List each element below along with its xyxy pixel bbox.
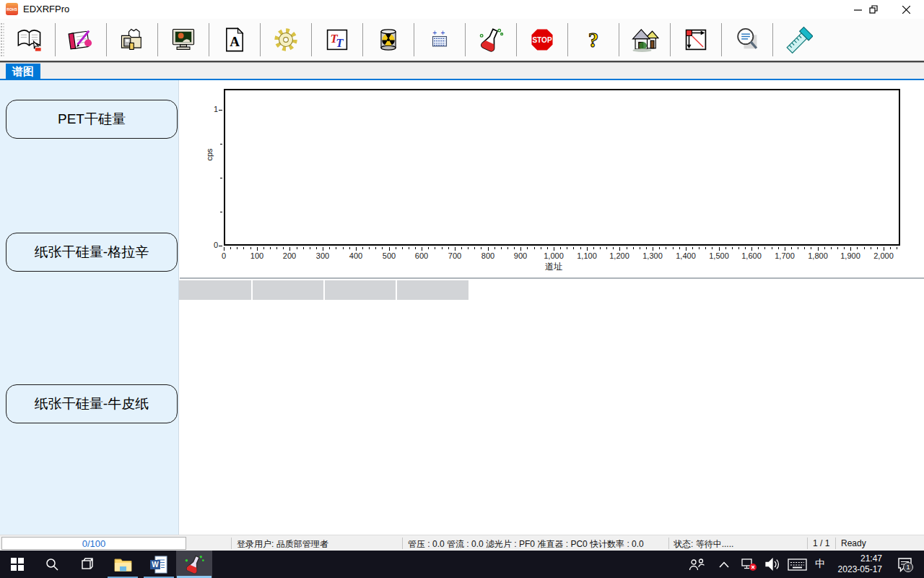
file-explorer-button[interactable] [105,551,140,578]
x-major-tick [619,247,620,251]
help-button[interactable]: ? [568,21,619,59]
preview-button[interactable] [722,21,772,59]
x-minor-tick [732,247,733,249]
edit-method-button[interactable] [56,21,106,59]
x-tick-label: 0 [206,251,242,260]
x-minor-tick [745,247,746,249]
x-minor-tick [243,247,244,249]
x-minor-tick [606,247,607,249]
page-indicator: 1 / 1 [813,538,829,548]
x-major-tick [686,247,687,251]
x-minor-tick [396,247,396,249]
x-minor-tick [534,247,535,249]
stop-button[interactable]: STOP [517,21,567,59]
x-major-tick [422,247,422,251]
x-minor-tick [474,247,475,249]
settings-button[interactable] [261,21,311,59]
report-button[interactable]: A [209,21,260,59]
truetype-icon: T T [323,26,351,53]
tab-spectrum[interactable]: 谱图 [6,64,40,79]
method-sidebar: PET干硅量 纸张干硅量-格拉辛 纸张干硅量-牛皮纸 [0,80,179,535]
restore-button[interactable] [861,0,886,19]
people-button[interactable] [683,551,710,578]
scale-arrows-icon [682,26,710,53]
display-button[interactable] [158,21,209,59]
x-tick-label: 200 [271,251,308,260]
start-button[interactable] [0,551,35,578]
x-minor-tick [633,247,634,249]
task-view-button[interactable] [69,551,104,578]
x-minor-tick [481,247,481,249]
minimize-icon [854,6,862,14]
spectrum-plot-area[interactable] [224,89,900,246]
font-button[interactable]: T T [312,21,362,59]
table-header-cell[interactable] [397,280,468,300]
volume-button[interactable] [761,551,784,578]
clock-time: 21:47 [826,553,882,564]
x-minor-tick [758,247,759,249]
svg-text:W: W [152,561,159,569]
x-minor-tick [778,247,779,249]
open-spectrum-button[interactable] [4,21,55,59]
measure-button[interactable] [466,21,516,59]
x-minor-tick [712,247,712,249]
taskbar-search-button[interactable] [35,551,69,578]
ime-label: 中 [815,558,825,571]
edxrfpro-taskbar-button[interactable] [176,551,212,578]
progress-text: 0/100 [82,538,106,549]
x-minor-tick [501,247,502,249]
x-minor-tick [705,247,706,249]
x-major-tick [587,247,588,251]
method-button-pet[interactable]: PET干硅量 [6,100,178,139]
xray-source-button[interactable] [363,21,414,59]
x-tick-label: 1,600 [733,251,770,260]
x-minor-tick [659,247,660,249]
x-minor-tick [627,247,627,249]
x-minor-tick [230,247,231,249]
x-tick-label: 1,800 [800,251,836,260]
monitor-image-icon [170,26,197,53]
chevron-up-icon [719,561,729,568]
x-minor-tick [844,247,845,249]
folder-files-icon [118,26,146,53]
close-button[interactable] [894,0,918,19]
x-minor-tick [646,247,647,249]
table-header-cell[interactable] [179,280,251,300]
x-tick-label: 900 [502,251,539,260]
x-minor-tick [461,247,462,249]
x-minor-tick [527,247,528,249]
method-button-glassine[interactable]: 纸张干硅量-格拉辛 [6,233,178,272]
restore-icon [869,5,878,14]
statusbar-separator [668,538,669,549]
network-status-button[interactable] [736,551,761,578]
x-minor-tick [270,247,271,249]
table-header-cell[interactable] [253,280,323,300]
x-minor-tick [725,247,726,249]
x-minor-tick [666,247,666,249]
x-minor-tick [283,247,284,249]
x-minor-tick [263,247,264,249]
x-major-tick [884,247,884,251]
word-processor-button[interactable]: W [141,551,176,578]
x-major-tick [257,247,258,251]
statusbar-separator [835,538,836,549]
x-minor-tick [428,247,429,249]
open-file-button[interactable] [107,21,157,59]
x-minor-tick [804,247,805,249]
x-minor-tick [857,247,858,249]
touch-keyboard-button[interactable] [784,551,810,578]
x-minor-tick [329,247,330,249]
toolbar: A T T [0,19,924,62]
clock[interactable]: 21:47 2023-05-17 [826,553,882,575]
tray-expand-button[interactable] [713,551,735,578]
table-header-cell[interactable] [325,280,396,300]
method-button-kraft[interactable]: 纸张干硅量-牛皮纸 [6,384,178,423]
x-major-tick [455,247,456,251]
x-minor-tick [297,247,297,249]
calibrate-button[interactable] [773,21,824,59]
state-status: 状态: 等待中..... [674,538,733,551]
svg-text:+: + [441,29,445,37]
home-button[interactable] [619,21,670,59]
scale-button[interactable] [671,21,721,59]
counter-button[interactable]: + + [414,21,465,59]
